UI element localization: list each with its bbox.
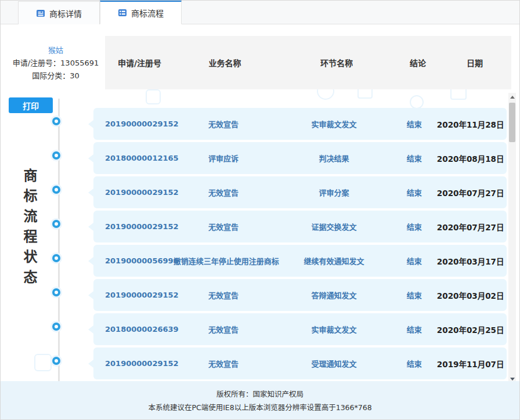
row-business: 无效宣告	[174, 187, 274, 198]
row-business: 撤销连续三年停止使用注册商标	[174, 255, 274, 266]
row-business: 评审应诉	[174, 153, 274, 164]
header-business: 业务名称	[174, 57, 276, 68]
tab-bar: 商标详情 商标流程	[1, 1, 519, 24]
trademark-flow-page: 商标详情 商标流程 猴姑 申请/注册号：13055691 国际分类：30 申请/…	[0, 0, 520, 420]
list-icon	[118, 8, 127, 17]
flow-status-vertical-title: 商标流程状态	[19, 168, 39, 290]
row-business: 无效宣告	[174, 289, 274, 300]
row-stage: 证据交换发文	[274, 221, 395, 232]
timeline-dot	[52, 186, 60, 194]
row-reg-no: 20180000012165	[105, 154, 174, 162]
row-date: 2020年02月25日	[434, 324, 507, 335]
background-decoration	[410, 95, 424, 109]
row-stage: 判决结果	[274, 153, 395, 164]
row-reg-no: 20190000029152	[105, 188, 174, 197]
row-date: 2020年08月18日	[434, 153, 507, 164]
row-business: 无效宣告	[174, 221, 274, 232]
browser-recommendation-line: 本系统建议在PC端使用IE8以上版本浏览器分辨率设置高于1366*768	[1, 401, 519, 414]
row-conclusion: 结束	[394, 324, 434, 335]
row-reg-no: 20190000029152	[105, 120, 174, 128]
scrollbar-thumb[interactable]	[509, 103, 515, 142]
row-date: 2020年11月28日	[434, 118, 507, 130]
timeline-dot	[52, 357, 60, 365]
timeline-line	[58, 99, 60, 381]
table-row: 20190000029152 无效宣告 受理通知发文 结束 2019年11月07…	[93, 347, 507, 379]
row-reg-no: 20190000029152	[105, 222, 174, 231]
timeline-dot	[52, 254, 60, 262]
timeline-dot	[52, 220, 60, 228]
row-conclusion: 结束	[394, 358, 434, 369]
row-business: 无效宣告	[174, 358, 274, 369]
table-row: 20180000026639 无效宣告 实审裁文发文 结束 2020年02月25…	[93, 313, 507, 345]
header-stage: 环节名称	[276, 57, 398, 68]
row-date: 2020年03月02日	[434, 289, 507, 301]
row-business: 无效宣告	[174, 324, 274, 335]
row-stage: 实审裁文发文	[274, 324, 395, 335]
background-decoration	[146, 89, 161, 104]
row-stage: 受理通知发文	[274, 358, 395, 369]
registration-number-line: 申请/注册号：13055691	[9, 57, 103, 70]
row-conclusion: 结束	[394, 187, 434, 198]
tab-trademark-flow[interactable]: 商标流程	[100, 1, 182, 24]
row-conclusion: 结束	[394, 221, 434, 232]
table-row: 20190000029152 无效宣告 评审分案 结束 2020年07月27日	[93, 176, 507, 208]
header-date: 日期	[438, 57, 511, 68]
scroll-up-arrow-icon[interactable]	[508, 93, 516, 101]
header-conclusion: 结论	[398, 57, 438, 68]
row-reg-no: 20190000056996	[105, 256, 174, 265]
row-stage: 评审分案	[274, 187, 395, 198]
background-decoration	[34, 354, 52, 371]
scrollbar	[508, 93, 516, 381]
tab-trademark-details[interactable]: 商标详情	[18, 1, 100, 24]
row-date: 2020年07月27日	[434, 221, 507, 233]
trademark-summary: 猴姑 申请/注册号：13055691 国际分类：30	[9, 36, 103, 89]
row-stage: 实审裁文发文	[274, 118, 395, 129]
row-conclusion: 结束	[394, 289, 434, 300]
timeline-dot	[52, 288, 60, 296]
row-date: 2020年07月27日	[434, 187, 507, 198]
row-conclusion: 结束	[394, 255, 434, 266]
document-icon	[36, 9, 45, 18]
tab-flow-label: 商标流程	[131, 7, 164, 19]
row-date: 2019年11月07日	[434, 358, 507, 370]
table-row: 20190000029152 无效宣告 证据交换发文 结束 2020年07月27…	[93, 211, 507, 242]
table-row: 20180000012165 评审应诉 判决结果 结束 2020年08月18日	[93, 142, 507, 174]
row-reg-no: 20180000026639	[105, 325, 174, 334]
row-reg-no: 20190000029152	[105, 359, 174, 368]
table-row: 20190000056996 撤销连续三年停止使用注册商标 继续有效通知发文 结…	[93, 245, 507, 277]
row-stage: 答辩通知发文	[274, 289, 395, 300]
row-conclusion: 结束	[394, 153, 434, 164]
page-footer: 版权所有：国家知识产权局 本系统建议在PC端使用IE8以上版本浏览器分辨率设置高…	[1, 381, 519, 419]
row-stage: 继续有效通知发文	[274, 255, 395, 266]
scroll-down-arrow-icon[interactable]	[508, 375, 516, 381]
table-header: 申请/注册号 业务名称 环节名称 结论 日期	[105, 36, 511, 89]
header-reg-no: 申请/注册号	[105, 57, 174, 68]
tab-details-label: 商标详情	[49, 8, 82, 19]
print-button[interactable]: 打印	[9, 97, 53, 113]
row-date: 2020年03月17日	[434, 255, 507, 267]
table-row: 20190000029152 无效宣告 实审裁文发文 结束 2020年11月28…	[93, 108, 507, 140]
timeline-dot	[52, 151, 60, 160]
timeline-dot	[52, 117, 60, 125]
trademark-name-link[interactable]: 猴姑	[9, 44, 103, 57]
table-row: 20190000029152 无效宣告 答辩通知发文 结束 2020年03月02…	[93, 279, 507, 311]
copyright-line: 版权所有：国家知识产权局	[1, 388, 519, 401]
timeline-dot	[52, 323, 60, 331]
row-reg-no: 20190000029152	[105, 291, 174, 299]
row-conclusion: 结束	[394, 118, 434, 129]
row-business: 无效宣告	[174, 118, 274, 129]
international-class-line: 国际分类：30	[9, 70, 103, 82]
flow-content: 猴姑 申请/注册号：13055691 国际分类：30 申请/注册号 业务名称 环…	[1, 24, 519, 381]
